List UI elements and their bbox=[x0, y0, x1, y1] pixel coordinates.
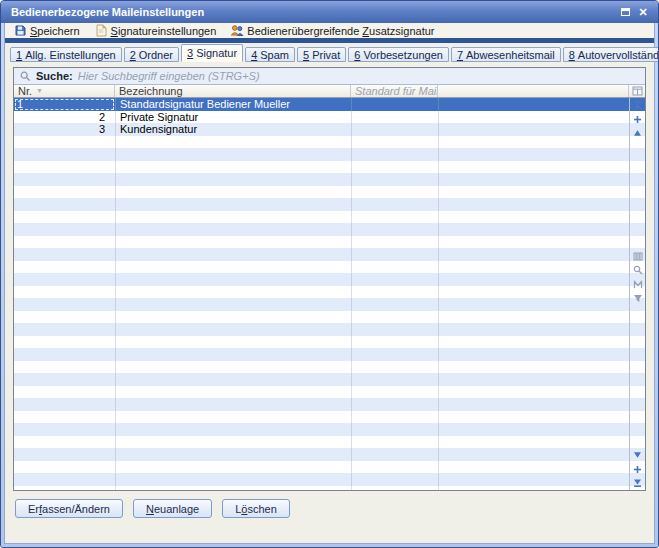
cell-standard bbox=[351, 373, 438, 386]
cell-bezeichnung bbox=[115, 436, 351, 449]
erfassen-ändern-button[interactable]: Erfassen/Ändern bbox=[15, 499, 123, 518]
empty-row[interactable] bbox=[14, 211, 645, 224]
tab-allg-einstellungen[interactable]: 1 Allg. Einstellungen bbox=[10, 47, 122, 62]
close-icon: ✕ bbox=[638, 7, 647, 18]
jump-last-icon[interactable] bbox=[632, 478, 643, 488]
cell-filler bbox=[438, 161, 645, 174]
toolbar-button[interactable]: Speichern bbox=[13, 24, 80, 37]
cell-bezeichnung bbox=[115, 136, 351, 149]
tab-spam[interactable]: 4 Spam bbox=[245, 47, 295, 62]
cell-nr bbox=[14, 286, 115, 299]
empty-row[interactable] bbox=[14, 411, 645, 424]
cell-nr bbox=[14, 373, 115, 386]
empty-row[interactable] bbox=[14, 223, 645, 236]
app-panel: Speichern Signatureinstellungen Bediener… bbox=[4, 23, 655, 544]
plus-icon[interactable] bbox=[632, 114, 643, 124]
empty-row[interactable] bbox=[14, 148, 645, 161]
empty-row[interactable] bbox=[14, 248, 645, 261]
empty-row[interactable] bbox=[14, 348, 645, 361]
column-chooser-cell[interactable] bbox=[629, 85, 645, 97]
cell-bezeichnung bbox=[115, 236, 351, 249]
empty-row[interactable] bbox=[14, 236, 645, 249]
tab-autovervollst-ndigung[interactable]: 8 Autovervollständigung bbox=[563, 47, 659, 62]
cell-bezeichnung bbox=[115, 148, 351, 161]
löschen-button[interactable]: Löschen bbox=[222, 499, 290, 518]
tab-signatur[interactable]: 3 Signatur bbox=[181, 44, 243, 62]
empty-row[interactable] bbox=[14, 298, 645, 311]
cell-bezeichnung bbox=[115, 261, 351, 274]
search-label: Suche: bbox=[36, 70, 73, 82]
empty-row[interactable] bbox=[14, 261, 645, 274]
search-input[interactable] bbox=[78, 70, 641, 82]
cell-filler bbox=[438, 123, 645, 136]
toolbar-button[interactable]: Signatureinstellungen bbox=[94, 24, 217, 37]
columns-icon[interactable] bbox=[632, 251, 643, 261]
search-icon bbox=[20, 71, 31, 81]
column-header-standard[interactable]: Standard für Mailkonto bbox=[351, 85, 438, 97]
empty-row[interactable] bbox=[14, 323, 645, 336]
toolbar-button[interactable]: Bedienerübergreifende Zusatzsignatur bbox=[230, 24, 434, 37]
empty-row[interactable] bbox=[14, 398, 645, 411]
cell-nr bbox=[14, 198, 115, 211]
empty-row[interactable] bbox=[14, 161, 645, 174]
empty-row[interactable] bbox=[14, 473, 645, 486]
jump-first-icon[interactable] bbox=[632, 100, 643, 110]
empty-row[interactable] bbox=[14, 173, 645, 186]
bookmark-icon[interactable] bbox=[632, 279, 643, 289]
cell-nr bbox=[14, 161, 115, 174]
column-header-bezeichnung[interactable]: Bezeichnung bbox=[115, 85, 351, 97]
column-header-nr[interactable]: Nr. ▼ bbox=[14, 85, 115, 97]
filter-icon[interactable] bbox=[632, 293, 643, 303]
tab-vorbesetzungen[interactable]: 6 Vorbesetzungen bbox=[348, 47, 449, 62]
empty-row[interactable] bbox=[14, 486, 645, 491]
empty-row[interactable] bbox=[14, 448, 645, 461]
empty-row[interactable] bbox=[14, 373, 645, 386]
table-row[interactable]: 2 Private Signatur bbox=[14, 111, 645, 124]
plus-icon[interactable] bbox=[632, 464, 643, 474]
tab-strip: 1 Allg. Einstellungen 2 Ordner 3 Signatu… bbox=[5, 43, 654, 62]
cell-standard bbox=[351, 273, 438, 286]
empty-row[interactable] bbox=[14, 423, 645, 436]
cell-filler bbox=[438, 473, 645, 486]
empty-row[interactable] bbox=[14, 273, 645, 286]
cell-filler bbox=[438, 98, 645, 111]
cell-nr bbox=[14, 448, 115, 461]
cell-standard bbox=[351, 486, 438, 491]
restore-button[interactable] bbox=[616, 5, 634, 20]
cell-bezeichnung bbox=[115, 361, 351, 374]
cell-standard bbox=[351, 248, 438, 261]
down-icon[interactable] bbox=[632, 450, 643, 460]
cell-bezeichnung bbox=[115, 186, 351, 199]
cell-bezeichnung bbox=[115, 223, 351, 236]
cell-nr bbox=[14, 148, 115, 161]
table-row[interactable]: 3 Kundensignatur bbox=[14, 123, 645, 136]
zoom-icon[interactable] bbox=[632, 265, 643, 275]
cell-nr bbox=[14, 473, 115, 486]
empty-row[interactable] bbox=[14, 186, 645, 199]
content-area: Suche: Nr. ▼ Bezeichnung bbox=[5, 62, 654, 543]
empty-row[interactable] bbox=[14, 198, 645, 211]
neuanlage-button[interactable]: Neuanlage bbox=[133, 499, 212, 518]
cell-nr bbox=[14, 298, 115, 311]
empty-row[interactable] bbox=[14, 436, 645, 449]
tab-ordner[interactable]: 2 Ordner bbox=[124, 47, 179, 62]
cell-nr bbox=[14, 486, 115, 491]
tab-abwesenheitsmail[interactable]: 7 Abwesenheitsmail bbox=[451, 47, 561, 62]
empty-row[interactable] bbox=[14, 386, 645, 399]
table-header: Nr. ▼ Bezeichnung Standard für Mailkonto bbox=[14, 85, 645, 98]
table-row[interactable]: 1 Standardsignatur Bediener Mueller bbox=[14, 98, 645, 111]
cell-bezeichnung bbox=[115, 411, 351, 424]
empty-row[interactable] bbox=[14, 461, 645, 474]
empty-row[interactable] bbox=[14, 361, 645, 374]
cell-filler bbox=[438, 261, 645, 274]
cell-standard bbox=[351, 198, 438, 211]
grid-tool-buttons bbox=[632, 251, 643, 303]
empty-row[interactable] bbox=[14, 311, 645, 324]
empty-row[interactable] bbox=[14, 286, 645, 299]
close-button[interactable]: ✕ bbox=[634, 5, 652, 20]
up-icon[interactable] bbox=[632, 128, 643, 138]
empty-row[interactable] bbox=[14, 336, 645, 349]
cell-filler bbox=[438, 173, 645, 186]
tab-privat[interactable]: 5 Privat bbox=[297, 47, 346, 62]
empty-row[interactable] bbox=[14, 136, 645, 149]
